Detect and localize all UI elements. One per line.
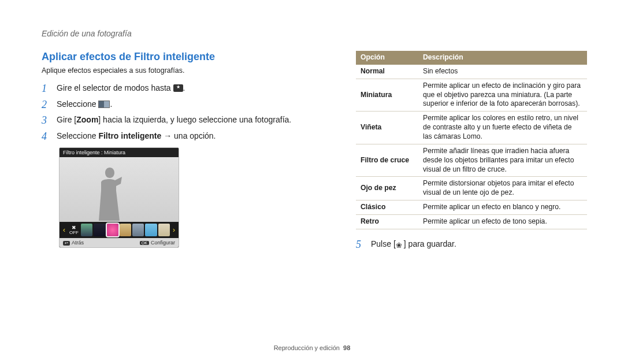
filter-thumb-selected[interactable] <box>107 224 118 236</box>
table-row: ClásicoPermite aplicar un efecto en blan… <box>356 200 587 215</box>
step-2: 2 Seleccione . <box>42 99 336 110</box>
filter-thumb[interactable] <box>94 224 105 236</box>
step-num-2: 2 <box>42 99 51 110</box>
step-text: . <box>110 99 112 109</box>
step-num-5: 5 <box>356 239 365 250</box>
ok-key-icon: OK <box>140 241 149 245</box>
step-text: Seleccione <box>57 131 98 140</box>
step-num-4: 4 <box>42 131 51 142</box>
step-3: 3 Gire [Zoom] hacia la izquierda, y lueg… <box>42 114 336 126</box>
step-text: ] hacia la izquierda, y luego seleccione… <box>98 115 291 124</box>
step-num-1: 1 <box>42 83 51 94</box>
step-text: → una opción. <box>161 131 216 140</box>
step-text: Gire [ <box>57 115 76 124</box>
step-text: ] para guardar. <box>404 239 456 248</box>
smart-filter-label: Filtro inteligente <box>98 131 161 140</box>
step-5: 5 Pulse [] para guardar. <box>356 239 587 250</box>
step-text: . <box>183 83 185 92</box>
th-desc: Descripción <box>418 51 587 65</box>
table-row: NormalSin efectos <box>356 65 587 79</box>
filter-thumb[interactable] <box>145 224 157 236</box>
macro-icon <box>396 240 404 248</box>
back-key-icon: ↩ <box>63 241 70 246</box>
table-row: ViñetaPermite aplicar los colores en est… <box>356 112 587 144</box>
filter-thumbs: ‹ ✖OFF › <box>60 222 179 238</box>
chevron-right-icon[interactable]: › <box>171 222 177 238</box>
breadcrumb: Edición de una fotografía <box>42 29 582 38</box>
filter-thumb[interactable] <box>120 224 131 236</box>
step-num-3: 3 <box>42 114 51 125</box>
camera-title: Filtro inteligente : Miniatura <box>60 148 179 157</box>
filter-thumb[interactable] <box>81 224 92 236</box>
step-text: Pulse [ <box>371 239 396 248</box>
mode-dial-icon <box>173 84 183 92</box>
step-4: 4 Seleccione Filtro inteligente → una op… <box>42 131 336 142</box>
table-row: RetroPermite aplicar un efecto de tono s… <box>356 215 587 229</box>
section-title: Aplicar efectos de Filtro inteligente <box>42 51 336 63</box>
step-1: 1 Gire el selector de modos hasta . <box>42 83 336 94</box>
chevron-left-icon[interactable]: ‹ <box>61 222 67 238</box>
step-text: Gire el selector de modos hasta <box>57 83 173 92</box>
intro-text: Aplique efectos especiales a sus fotogra… <box>42 66 336 75</box>
camera-preview: Filtro inteligente : Miniatura ‹ ✖OFF <box>59 147 179 248</box>
silhouette-icon <box>95 165 124 221</box>
filter-thumb[interactable] <box>158 224 170 236</box>
zoom-label: Zoom <box>76 115 98 124</box>
edit-image-icon <box>98 101 110 108</box>
step-text: Seleccione <box>57 99 98 109</box>
th-option: Opción <box>356 51 418 65</box>
options-table: Opción Descripción NormalSin efectos Min… <box>356 51 587 229</box>
filter-thumb[interactable] <box>132 224 144 236</box>
page-footer: Reproducción y edición 98 <box>0 344 624 351</box>
filter-off[interactable]: ✖OFF <box>68 225 80 235</box>
table-row: Filtro de crucePermite añadir líneas que… <box>356 144 587 177</box>
table-row: MiniaturaPermite aplicar un efecto de in… <box>356 79 587 112</box>
camera-body <box>60 157 179 222</box>
camera-ok[interactable]: OKConfigurar <box>140 240 175 246</box>
table-row: Ojo de pezPermite distorsionar objetos p… <box>356 177 587 200</box>
camera-back[interactable]: ↩Atrás <box>63 240 84 246</box>
